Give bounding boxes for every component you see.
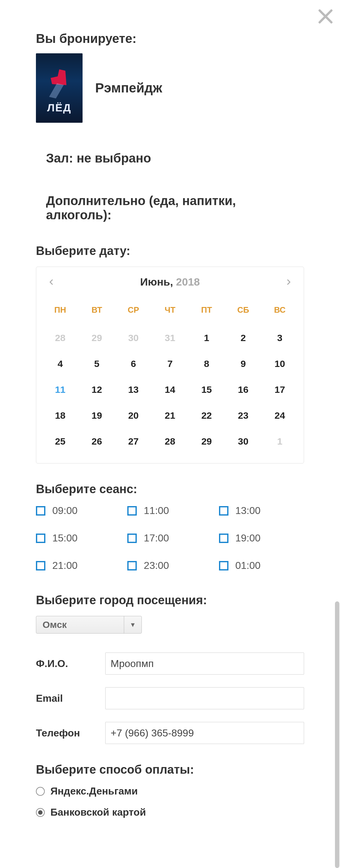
session-option[interactable]: 23:00	[127, 560, 212, 571]
calendar-day[interactable]: 30	[225, 429, 262, 454]
city-select-value: Омск	[36, 619, 124, 630]
calendar-dow: ПН	[42, 301, 78, 325]
movie-row: ЛЁД Рэмпейдж	[36, 53, 304, 123]
chevron-left-icon	[47, 278, 55, 286]
calendar-day[interactable]: 4	[42, 351, 78, 377]
calendar-day[interactable]: 28	[151, 429, 188, 454]
calendar-next-button[interactable]	[285, 278, 293, 286]
payment-option-label: Яндекс.Деньгами	[50, 785, 138, 797]
calendar-day[interactable]: 17	[262, 377, 298, 403]
hall-line: Зал: не выбрано	[46, 151, 304, 165]
session-option[interactable]: 11:00	[127, 505, 212, 517]
calendar-day[interactable]: 29	[78, 325, 115, 351]
calendar-day[interactable]: 5	[78, 351, 115, 377]
calendar-day[interactable]: 8	[189, 351, 225, 377]
calendar-day[interactable]: 24	[262, 403, 298, 429]
select-date-title: Выберите дату:	[36, 244, 304, 258]
session-time: 21:00	[52, 560, 77, 571]
checkbox-icon	[36, 561, 45, 570]
calendar-day[interactable]: 12	[78, 377, 115, 403]
calendar-day[interactable]: 27	[115, 429, 151, 454]
city-select[interactable]: Омск ▼	[36, 616, 142, 633]
calendar-day[interactable]: 18	[42, 403, 78, 429]
checkbox-icon	[219, 533, 229, 543]
calendar-dow: ВС	[262, 301, 298, 325]
session-option[interactable]: 21:00	[36, 560, 121, 571]
calendar-day[interactable]: 7	[151, 351, 188, 377]
session-time: 17:00	[144, 532, 169, 544]
booking-title: Вы бронируете:	[36, 32, 304, 46]
calendar-day[interactable]: 19	[78, 403, 115, 429]
session-option[interactable]: 09:00	[36, 505, 121, 517]
session-option[interactable]: 15:00	[36, 532, 121, 544]
radio-icon	[36, 787, 45, 796]
hall-label: Зал:	[46, 151, 73, 165]
payment-option[interactable]: Банковской картой	[36, 806, 304, 818]
calendar-day[interactable]: 13	[115, 377, 151, 403]
calendar-day[interactable]: 26	[78, 429, 115, 454]
select-payment-title: Выберите способ оплаты:	[36, 763, 304, 776]
calendar: Июнь, 2018 ПНВТСРЧТПТСБВС282930311234567…	[36, 267, 304, 464]
scrollbar-thumb[interactable]	[335, 601, 339, 868]
movie-title: Рэмпейдж	[95, 81, 162, 96]
fio-input[interactable]	[105, 652, 304, 675]
calendar-dow: ЧТ	[151, 301, 188, 325]
calendar-day[interactable]: 10	[262, 351, 298, 377]
calendar-day[interactable]: 29	[189, 429, 225, 454]
calendar-month-name: Июнь,	[140, 276, 173, 288]
session-option[interactable]: 01:00	[219, 560, 304, 571]
calendar-dow: СР	[115, 301, 151, 325]
calendar-day[interactable]: 6	[115, 351, 151, 377]
session-option[interactable]: 19:00	[219, 532, 304, 544]
dropdown-arrow-icon: ▼	[124, 616, 141, 633]
calendar-day[interactable]: 28	[42, 325, 78, 351]
calendar-day[interactable]: 21	[151, 403, 188, 429]
calendar-day[interactable]: 23	[225, 403, 262, 429]
calendar-day[interactable]: 1	[262, 429, 298, 454]
calendar-dow: СБ	[225, 301, 262, 325]
phone-input[interactable]	[105, 722, 304, 744]
session-time: 19:00	[235, 532, 261, 544]
calendar-day[interactable]: 3	[262, 325, 298, 351]
calendar-day[interactable]: 20	[115, 403, 151, 429]
close-button[interactable]	[317, 7, 334, 25]
session-option[interactable]: 17:00	[127, 532, 212, 544]
email-label: Email	[36, 692, 105, 704]
checkbox-icon	[127, 561, 137, 570]
calendar-day[interactable]: 15	[189, 377, 225, 403]
select-session-title: Выберите сеанс:	[36, 483, 304, 496]
calendar-day[interactable]: 11	[42, 377, 78, 403]
session-time: 13:00	[235, 505, 261, 517]
calendar-year: 2018	[176, 276, 200, 288]
checkbox-icon	[127, 506, 137, 516]
payment-option[interactable]: Яндекс.Деньгами	[36, 785, 304, 797]
checkbox-icon	[36, 533, 45, 543]
calendar-day[interactable]: 30	[115, 325, 151, 351]
chevron-right-icon	[285, 278, 293, 286]
phone-label: Телефон	[36, 727, 105, 739]
calendar-dow: ПТ	[189, 301, 225, 325]
session-time: 23:00	[144, 560, 169, 571]
hall-value: не выбрано	[76, 151, 151, 165]
calendar-month: Июнь, 2018	[140, 276, 200, 288]
calendar-day[interactable]: 22	[189, 403, 225, 429]
poster-text: ЛЁД	[36, 102, 82, 114]
calendar-day[interactable]: 25	[42, 429, 78, 454]
close-icon	[317, 7, 334, 25]
session-option[interactable]: 13:00	[219, 505, 304, 517]
session-time: 15:00	[52, 532, 77, 544]
calendar-day[interactable]: 9	[225, 351, 262, 377]
checkbox-icon	[36, 506, 45, 516]
scrollbar[interactable]	[334, 601, 340, 868]
session-time: 09:00	[52, 505, 77, 517]
calendar-day[interactable]: 31	[151, 325, 188, 351]
calendar-day[interactable]: 16	[225, 377, 262, 403]
session-time: 01:00	[235, 560, 261, 571]
checkbox-icon	[219, 506, 229, 516]
calendar-day[interactable]: 1	[189, 325, 225, 351]
calendar-prev-button[interactable]	[47, 278, 55, 286]
calendar-day[interactable]: 14	[151, 377, 188, 403]
movie-poster: ЛЁД	[36, 53, 82, 123]
calendar-day[interactable]: 2	[225, 325, 262, 351]
email-input[interactable]	[105, 687, 304, 709]
